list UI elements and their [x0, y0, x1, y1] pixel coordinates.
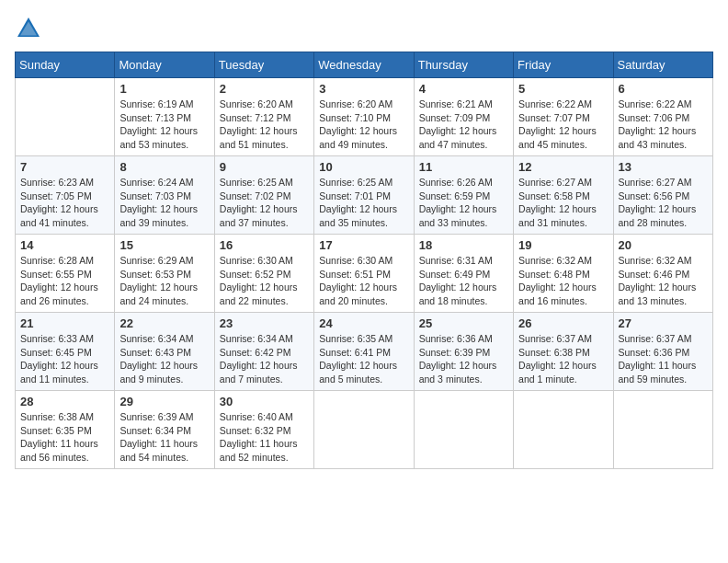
calendar-cell: 19Sunrise: 6:32 AM Sunset: 6:48 PM Dayli… [514, 235, 613, 313]
day-number: 15 [119, 238, 209, 252]
cell-info: Sunrise: 6:33 AM Sunset: 6:45 PM Dayligh… [20, 332, 109, 386]
day-number: 7 [20, 160, 109, 174]
calendar-cell: 17Sunrise: 6:30 AM Sunset: 6:51 PM Dayli… [314, 235, 414, 313]
calendar-cell: 2Sunrise: 6:20 AM Sunset: 7:12 PM Daylig… [214, 78, 313, 156]
calendar-cell: 27Sunrise: 6:37 AM Sunset: 6:36 PM Dayli… [613, 313, 712, 391]
calendar-cell: 21Sunrise: 6:33 AM Sunset: 6:45 PM Dayli… [16, 313, 115, 391]
calendar-cell: 10Sunrise: 6:25 AM Sunset: 7:01 PM Dayli… [314, 156, 414, 235]
cell-info: Sunrise: 6:24 AM Sunset: 7:03 PM Dayligh… [119, 176, 209, 230]
day-number: 18 [419, 238, 508, 252]
day-number: 29 [119, 395, 209, 408]
calendar-header-monday: Monday [115, 52, 214, 78]
day-number: 10 [319, 160, 408, 174]
calendar-cell: 25Sunrise: 6:36 AM Sunset: 6:39 PM Dayli… [414, 313, 513, 391]
calendar-cell: 12Sunrise: 6:27 AM Sunset: 6:58 PM Dayli… [514, 156, 613, 235]
calendar-cell: 18Sunrise: 6:31 AM Sunset: 6:49 PM Dayli… [414, 235, 513, 313]
day-number: 1 [119, 82, 209, 96]
calendar-cell: 30Sunrise: 6:40 AM Sunset: 6:32 PM Dayli… [214, 391, 313, 469]
day-number: 20 [619, 238, 708, 252]
calendar-cell [514, 391, 613, 469]
cell-info: Sunrise: 6:25 AM Sunset: 7:02 PM Dayligh… [220, 176, 309, 230]
day-number: 19 [518, 238, 608, 252]
calendar-cell [314, 391, 414, 469]
calendar-week-4: 21Sunrise: 6:33 AM Sunset: 6:45 PM Dayli… [16, 313, 713, 391]
calendar-cell [414, 391, 513, 469]
calendar-cell: 24Sunrise: 6:35 AM Sunset: 6:41 PM Dayli… [314, 313, 414, 391]
calendar-cell: 14Sunrise: 6:28 AM Sunset: 6:55 PM Dayli… [16, 235, 115, 313]
calendar-week-5: 28Sunrise: 6:38 AM Sunset: 6:35 PM Dayli… [16, 391, 713, 469]
cell-info: Sunrise: 6:29 AM Sunset: 6:53 PM Dayligh… [119, 254, 209, 308]
cell-info: Sunrise: 6:20 AM Sunset: 7:12 PM Dayligh… [220, 98, 309, 152]
day-number: 9 [220, 160, 309, 174]
cell-info: Sunrise: 6:25 AM Sunset: 7:01 PM Dayligh… [319, 176, 408, 230]
day-number: 3 [319, 82, 408, 96]
day-number: 8 [119, 160, 209, 174]
calendar-cell: 7Sunrise: 6:23 AM Sunset: 7:05 PM Daylig… [16, 156, 115, 235]
calendar-cell [16, 78, 115, 156]
cell-info: Sunrise: 6:40 AM Sunset: 6:32 PM Dayligh… [220, 410, 309, 465]
day-number: 26 [518, 316, 608, 330]
calendar-cell: 13Sunrise: 6:27 AM Sunset: 6:56 PM Dayli… [613, 156, 712, 235]
day-number: 27 [619, 316, 708, 330]
calendar-cell: 5Sunrise: 6:22 AM Sunset: 7:07 PM Daylig… [514, 78, 613, 156]
cell-info: Sunrise: 6:34 AM Sunset: 6:42 PM Dayligh… [220, 332, 309, 386]
calendar-cell: 1Sunrise: 6:19 AM Sunset: 7:13 PM Daylig… [115, 78, 214, 156]
cell-info: Sunrise: 6:31 AM Sunset: 6:49 PM Dayligh… [419, 254, 508, 308]
cell-info: Sunrise: 6:39 AM Sunset: 6:34 PM Dayligh… [119, 410, 209, 465]
day-number: 28 [20, 395, 109, 408]
calendar-cell: 6Sunrise: 6:22 AM Sunset: 7:06 PM Daylig… [613, 78, 712, 156]
day-number: 12 [518, 160, 608, 174]
page-header [15, 15, 713, 42]
day-number: 4 [419, 82, 508, 96]
calendar-week-2: 7Sunrise: 6:23 AM Sunset: 7:05 PM Daylig… [16, 156, 713, 235]
calendar-cell: 26Sunrise: 6:37 AM Sunset: 6:38 PM Dayli… [514, 313, 613, 391]
calendar-cell [613, 391, 712, 469]
cell-info: Sunrise: 6:22 AM Sunset: 7:06 PM Dayligh… [619, 98, 708, 152]
calendar-cell: 3Sunrise: 6:20 AM Sunset: 7:10 PM Daylig… [314, 78, 414, 156]
calendar-cell: 28Sunrise: 6:38 AM Sunset: 6:35 PM Dayli… [16, 391, 115, 469]
calendar-cell: 4Sunrise: 6:21 AM Sunset: 7:09 PM Daylig… [414, 78, 513, 156]
calendar-cell: 9Sunrise: 6:25 AM Sunset: 7:02 PM Daylig… [214, 156, 313, 235]
day-number: 30 [220, 395, 309, 408]
cell-info: Sunrise: 6:27 AM Sunset: 6:56 PM Dayligh… [619, 176, 708, 230]
day-number: 16 [220, 238, 309, 252]
cell-info: Sunrise: 6:20 AM Sunset: 7:10 PM Dayligh… [319, 98, 408, 152]
calendar-header-row: SundayMondayTuesdayWednesdayThursdayFrid… [16, 52, 713, 78]
logo [15, 15, 46, 42]
cell-info: Sunrise: 6:37 AM Sunset: 6:38 PM Dayligh… [518, 332, 608, 386]
cell-info: Sunrise: 6:38 AM Sunset: 6:35 PM Dayligh… [20, 410, 109, 465]
calendar-header-wednesday: Wednesday [314, 52, 414, 78]
calendar-header-tuesday: Tuesday [214, 52, 313, 78]
cell-info: Sunrise: 6:35 AM Sunset: 6:41 PM Dayligh… [319, 332, 408, 386]
day-number: 25 [419, 316, 508, 330]
cell-info: Sunrise: 6:21 AM Sunset: 7:09 PM Dayligh… [419, 98, 508, 152]
logo-icon [15, 15, 42, 42]
calendar-cell: 8Sunrise: 6:24 AM Sunset: 7:03 PM Daylig… [115, 156, 214, 235]
cell-info: Sunrise: 6:32 AM Sunset: 6:48 PM Dayligh… [518, 254, 608, 308]
calendar-cell: 20Sunrise: 6:32 AM Sunset: 6:46 PM Dayli… [613, 235, 712, 313]
cell-info: Sunrise: 6:23 AM Sunset: 7:05 PM Dayligh… [20, 176, 109, 230]
cell-info: Sunrise: 6:34 AM Sunset: 6:43 PM Dayligh… [119, 332, 209, 386]
cell-info: Sunrise: 6:30 AM Sunset: 6:52 PM Dayligh… [220, 254, 309, 308]
calendar-header-saturday: Saturday [613, 52, 712, 78]
cell-info: Sunrise: 6:36 AM Sunset: 6:39 PM Dayligh… [419, 332, 508, 386]
day-number: 24 [319, 316, 408, 330]
cell-info: Sunrise: 6:37 AM Sunset: 6:36 PM Dayligh… [619, 332, 708, 386]
calendar-header-thursday: Thursday [414, 52, 513, 78]
cell-info: Sunrise: 6:32 AM Sunset: 6:46 PM Dayligh… [619, 254, 708, 308]
day-number: 2 [220, 82, 309, 96]
cell-info: Sunrise: 6:26 AM Sunset: 6:59 PM Dayligh… [419, 176, 508, 230]
cell-info: Sunrise: 6:27 AM Sunset: 6:58 PM Dayligh… [518, 176, 608, 230]
day-number: 11 [419, 160, 508, 174]
day-number: 6 [619, 82, 708, 96]
calendar-table: SundayMondayTuesdayWednesdayThursdayFrid… [15, 52, 713, 469]
cell-info: Sunrise: 6:19 AM Sunset: 7:13 PM Dayligh… [119, 98, 209, 152]
day-number: 13 [619, 160, 708, 174]
calendar-cell: 22Sunrise: 6:34 AM Sunset: 6:43 PM Dayli… [115, 313, 214, 391]
calendar-cell: 23Sunrise: 6:34 AM Sunset: 6:42 PM Dayli… [214, 313, 313, 391]
calendar-cell: 29Sunrise: 6:39 AM Sunset: 6:34 PM Dayli… [115, 391, 214, 469]
day-number: 23 [220, 316, 309, 330]
cell-info: Sunrise: 6:28 AM Sunset: 6:55 PM Dayligh… [20, 254, 109, 308]
calendar-week-1: 1Sunrise: 6:19 AM Sunset: 7:13 PM Daylig… [16, 78, 713, 156]
day-number: 14 [20, 238, 109, 252]
